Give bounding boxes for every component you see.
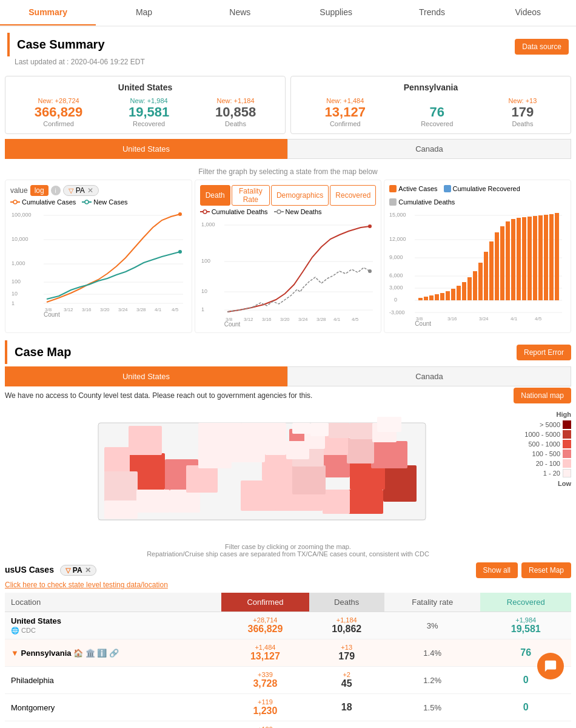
svg-text:0: 0 — [394, 297, 397, 303]
svg-rect-77 — [500, 226, 504, 300]
svg-rect-62 — [418, 298, 423, 300]
pa-deaths-new: New: +13 — [509, 97, 537, 104]
svg-point-38 — [368, 224, 372, 228]
rate-tab[interactable]: Fatality Rate — [232, 185, 270, 206]
svg-rect-63 — [424, 297, 428, 300]
us-recovered-new: New: +1,984 — [129, 97, 169, 104]
svg-text:3/16: 3/16 — [262, 317, 272, 321]
svg-rect-71 — [467, 277, 472, 300]
data-source-button[interactable]: Data source — [515, 39, 569, 55]
show-all-button[interactable]: Show all — [476, 562, 518, 578]
table-row: ▼ Pennsylvania 🏠 🏛️ ℹ️ 🔗 +1,484 13,127 +… — [5, 639, 571, 667]
nav-trends[interactable]: Trends — [384, 0, 480, 25]
nav-videos[interactable]: Videos — [480, 0, 576, 25]
svg-rect-104 — [292, 465, 326, 494]
new-deaths-label: New Deaths — [286, 208, 322, 215]
canada-tab-button[interactable]: Canada — [287, 139, 571, 159]
svg-rect-66 — [440, 293, 444, 300]
map-section: Case Map Report Error United States Cana… — [5, 338, 571, 558]
svg-text:10: 10 — [12, 291, 18, 297]
svg-point-3 — [85, 200, 89, 204]
reset-map-button[interactable]: Reset Map — [521, 562, 571, 578]
map-us-tab[interactable]: United States — [5, 366, 287, 386]
confirmed-cell: +1,484 13,127 — [221, 639, 309, 667]
recovered-tab[interactable]: Recovered — [330, 185, 376, 206]
deaths-cell: 8 — [309, 721, 384, 729]
svg-rect-85 — [544, 215, 548, 300]
deaths-cell: +13 179 — [309, 639, 384, 667]
legend-swatch-500-1000 — [563, 440, 571, 448]
map-canada-tab[interactable]: Canada — [287, 366, 571, 386]
confirmed-cell: +119 1,230 — [221, 694, 309, 721]
legend-swatch-1-20 — [563, 469, 571, 477]
svg-text:3/16: 3/16 — [447, 316, 457, 320]
us-recovered-block: New: +1,984 19,581 Recovered — [129, 97, 169, 127]
svg-point-17 — [178, 250, 182, 254]
svg-rect-125 — [292, 423, 310, 434]
svg-rect-94 — [383, 465, 417, 502]
table-filter-tag: ▽ PA ✕ — [60, 565, 96, 576]
table-title: usUS Cases ▽ PA ✕ — [5, 565, 96, 576]
legend-swatch-1000-5000 — [563, 430, 571, 439]
pa-deaths-label: Deaths — [509, 120, 537, 127]
svg-text:100: 100 — [201, 258, 210, 264]
testing-link[interactable]: Click here to check state level testing … — [5, 581, 571, 589]
nav-supplies[interactable]: Supplies — [288, 0, 384, 25]
table-section: usUS Cases ▽ PA ✕ Show all Reset Map Cli… — [5, 562, 571, 728]
filter-tag: ▽ PA ✕ — [63, 185, 99, 196]
svg-point-1 — [13, 200, 17, 204]
report-error-button[interactable]: Report Error — [517, 345, 571, 360]
svg-rect-115 — [170, 490, 200, 513]
pa-confirmed-value: 13,127 — [325, 104, 366, 120]
value-label: value — [10, 186, 28, 195]
svg-text:12,000: 12,000 — [389, 236, 406, 242]
chat-bubble[interactable] — [537, 653, 564, 679]
svg-rect-78 — [506, 221, 510, 300]
fatality-cell: 1.2% — [384, 667, 481, 694]
case-map-title: Case Map — [15, 345, 509, 359]
info-icon[interactable]: i — [51, 186, 61, 195]
svg-text:100: 100 — [12, 278, 21, 285]
deaths-cell: +2 45 — [309, 667, 384, 694]
svg-text:3/16: 3/16 — [82, 307, 92, 311]
table-actions: Show all Reset Map — [476, 562, 571, 578]
confirmed-cell: +129 1,006 — [221, 721, 309, 729]
svg-text:6,000: 6,000 — [389, 272, 403, 278]
map-legend: High > 5000 1000 - 5000 500 - 1000 100 -… — [524, 405, 571, 487]
filter-remove-icon[interactable]: ✕ — [87, 186, 93, 195]
cumulative-deaths-bar-label: Cumulative Deaths — [398, 198, 455, 206]
nav-map[interactable]: Map — [96, 0, 192, 25]
svg-rect-73 — [478, 263, 483, 300]
svg-rect-102 — [241, 480, 276, 511]
svg-text:4/1: 4/1 — [333, 317, 341, 321]
pa-confirmed-block: New: +1,484 13,127 Confirmed — [325, 97, 366, 127]
svg-text:-3,000: -3,000 — [389, 309, 405, 315]
nav-summary[interactable]: Summary — [0, 0, 96, 25]
legend-cumulative-label: Cumulative Cases — [22, 198, 76, 206]
svg-rect-81 — [522, 217, 526, 300]
log-button[interactable]: log — [30, 185, 49, 196]
right-chart-count-label: Count — [389, 320, 566, 327]
pa-map-svg[interactable] — [86, 405, 438, 538]
svg-rect-112 — [104, 471, 138, 502]
nav-news[interactable]: News — [192, 0, 288, 25]
us-tab-button[interactable]: United States — [5, 139, 287, 159]
mid-tabs: Death Fatality Rate Demographics Recover… — [200, 185, 377, 206]
legend-1000-5000: 1000 - 5000 — [524, 430, 571, 439]
death-tab[interactable]: Death — [200, 185, 230, 206]
svg-text:3/28: 3/28 — [136, 307, 146, 311]
us-deaths-new: New: +1,184 — [215, 97, 256, 104]
svg-rect-64 — [429, 295, 434, 300]
demo-tab[interactable]: Demographics — [271, 185, 329, 206]
svg-rect-83 — [533, 216, 537, 300]
national-map-button[interactable]: National map — [514, 388, 571, 403]
table-filter-remove[interactable]: ✕ — [85, 566, 91, 575]
cumulative-deaths-label: Cumulative Deaths — [212, 208, 268, 215]
svg-text:3/12: 3/12 — [64, 307, 73, 311]
location-cell: United States🌐 CDC — [5, 612, 221, 639]
recovered-cell: 0 — [480, 694, 571, 721]
col-recovered: Recovered — [480, 593, 571, 612]
map-svg-wrapper — [5, 405, 518, 538]
location-cell: ▼ Pennsylvania 🏠 🏛️ ℹ️ 🔗 — [5, 639, 221, 667]
svg-text:4/1: 4/1 — [155, 307, 162, 311]
